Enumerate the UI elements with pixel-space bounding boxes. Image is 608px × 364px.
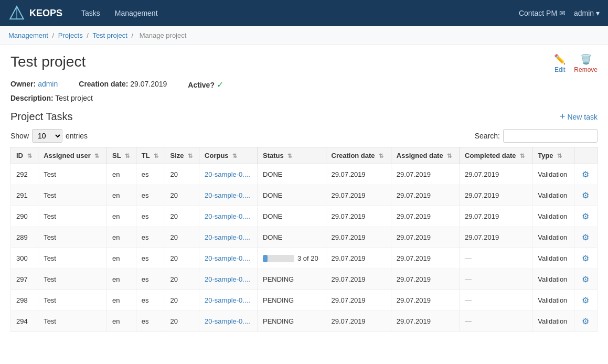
col-sl[interactable]: SL ⇅ [107,147,136,164]
new-task-button[interactable]: + New task [560,111,598,122]
owner-info: Owner: admin [10,80,58,90]
status-pending: PENDING [263,275,294,283]
table-row: 298 Test en es 20 20-sample-0.... PENDIN… [11,290,598,311]
nav-links: Tasks Management [75,2,519,25]
cell-completed: — [460,269,532,290]
col-type[interactable]: Type ⇅ [532,147,574,164]
completed-date: 29.07.2019 [465,170,499,178]
completed-empty: — [465,317,472,325]
gear-button[interactable]: ⚙ [580,273,591,285]
table-row: 290 Test en es 20 20-sample-0.... DONE 2… [11,206,598,227]
cell-corpus: 20-sample-0.... [199,311,258,332]
gear-button[interactable]: ⚙ [580,315,591,327]
table-row: 291 Test en es 20 20-sample-0.... DONE 2… [11,185,598,206]
gear-button[interactable]: ⚙ [580,294,591,306]
col-id[interactable]: ID ⇅ [11,147,38,164]
cell-assigned: 29.07.2019 [391,248,459,269]
status-done: DONE [263,233,283,241]
cell-sl: en [107,290,136,311]
col-actions [574,147,597,164]
table-row: 300 Test en es 20 20-sample-0.... 3 of 2… [11,248,598,269]
col-tl[interactable]: TL ⇅ [136,147,165,164]
corpus-link[interactable]: 20-sample-0.... [205,191,250,199]
brand-name: KEOPS [29,8,62,19]
cell-creation: 29.07.2019 [326,290,391,311]
cell-type: Validation [532,164,574,185]
cell-creation: 29.07.2019 [326,227,391,248]
col-assigned-date[interactable]: Assigned date ⇅ [391,147,459,164]
corpus-link[interactable]: 20-sample-0.... [205,254,250,262]
cell-completed: — [460,248,532,269]
corpus-link[interactable]: 20-sample-0.... [205,317,250,325]
completed-date: 29.07.2019 [465,233,499,241]
cell-assigned: 29.07.2019 [391,206,459,227]
cell-user: Test [38,248,107,269]
cell-gear: ⚙ [574,164,597,185]
search-input[interactable] [503,129,598,143]
entries-label: entries [66,132,88,140]
gear-button[interactable]: ⚙ [580,231,591,243]
cell-type: Validation [532,290,574,311]
completed-date: 29.07.2019 [465,191,499,199]
status-pending: PENDING [263,296,294,304]
gear-button[interactable]: ⚙ [580,252,591,264]
cell-sl: en [107,248,136,269]
cell-user: Test [38,311,107,332]
admin-dropdown[interactable]: admin ▾ [574,9,600,17]
cell-id: 294 [11,311,38,332]
cell-type: Validation [532,185,574,206]
corpus-link[interactable]: 20-sample-0.... [205,275,250,283]
gear-button[interactable]: ⚙ [580,168,591,180]
table-row: 294 Test en es 20 20-sample-0.... PENDIN… [11,311,598,332]
cell-sl: en [107,311,136,332]
breadcrumb-projects[interactable]: Projects [58,31,83,39]
corpus-link[interactable]: 20-sample-0.... [205,170,250,178]
contact-pm[interactable]: Contact PM ✉ [519,9,566,17]
col-assigned-user[interactable]: Assigned user ⇅ [38,147,107,164]
cell-creation: 29.07.2019 [326,206,391,227]
cell-user: Test [38,185,107,206]
table-body: 292 Test en es 20 20-sample-0.... DONE 2… [11,164,598,332]
completed-empty: — [465,275,472,283]
cell-id: 298 [11,290,38,311]
entries-select[interactable]: 10 25 50 100 [32,129,62,143]
creation-date-value: 29.07.2019 [130,80,167,88]
show-entries: Show 10 25 50 100 entries [10,129,88,143]
nav-tasks[interactable]: Tasks [75,2,106,25]
cell-size: 20 [165,206,199,227]
remove-button[interactable]: 🗑️ Remove [574,53,598,73]
cell-user: Test [38,164,107,185]
cell-gear: ⚙ [574,227,597,248]
col-corpus[interactable]: Corpus ⇅ [199,147,258,164]
cell-tl: es [136,206,165,227]
cell-id: 297 [11,269,38,290]
cell-sl: en [107,164,136,185]
cell-creation: 29.07.2019 [326,311,391,332]
nav-management[interactable]: Management [109,2,164,25]
col-status[interactable]: Status ⇅ [257,147,326,164]
gear-button[interactable]: ⚙ [580,189,591,201]
col-completed-date[interactable]: Completed date ⇅ [460,147,532,164]
breadcrumb: Management / Projects / Test project / M… [0,26,608,45]
cell-completed: 29.07.2019 [460,185,532,206]
gear-button[interactable]: ⚙ [580,210,591,222]
brand-logo[interactable]: KEOPS [8,5,62,22]
col-size[interactable]: Size ⇅ [165,147,199,164]
breadcrumb-management[interactable]: Management [8,31,48,39]
cell-assigned: 29.07.2019 [391,227,459,248]
breadcrumb-test-project[interactable]: Test project [92,31,127,39]
status-done: DONE [263,212,283,220]
cell-sl: en [107,269,136,290]
cell-gear: ⚙ [574,290,597,311]
edit-button[interactable]: ✏️ Edit [554,53,566,73]
cell-completed: — [460,290,532,311]
cell-tl: es [136,311,165,332]
col-creation-date[interactable]: Creation date ⇅ [326,147,391,164]
cell-tl: es [136,185,165,206]
corpus-link[interactable]: 20-sample-0.... [205,296,250,304]
cell-user: Test [38,290,107,311]
owner-value[interactable]: admin [38,80,58,88]
corpus-link[interactable]: 20-sample-0.... [205,233,250,241]
cell-id: 290 [11,206,38,227]
corpus-link[interactable]: 20-sample-0.... [205,212,250,220]
